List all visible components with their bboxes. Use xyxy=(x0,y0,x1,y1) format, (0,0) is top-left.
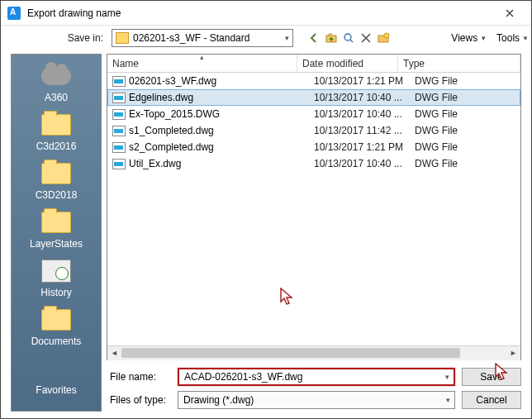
place-label: Documents xyxy=(31,336,82,347)
app-icon xyxy=(7,7,21,20)
place-documents[interactable]: Documents xyxy=(12,307,101,347)
file-date: 10/13/2017 11:42 ... xyxy=(314,125,415,136)
clock-icon xyxy=(40,258,73,284)
dwg-file-icon xyxy=(112,159,126,169)
dwg-file-icon xyxy=(112,76,126,87)
file-row[interactable]: 026201-s3_WF.dwg10/13/2017 1:21 PMDWG Fi… xyxy=(107,73,520,89)
file-type: DWG File xyxy=(415,75,520,87)
places-sidebar: A360C3d2016C3D2018LayerStatesHistoryDocu… xyxy=(11,54,102,412)
folder-icon xyxy=(40,112,73,138)
save-button[interactable]: Save xyxy=(462,368,521,386)
cancel-button[interactable]: Cancel xyxy=(462,391,521,409)
svg-point-3 xyxy=(384,33,389,38)
column-headers: Name Date modified Type xyxy=(107,55,520,73)
file-date: 10/13/2017 10:40 ... xyxy=(314,92,415,103)
column-header-name[interactable]: Name xyxy=(107,55,297,72)
title-bar: Export drawing name xyxy=(1,1,531,26)
folder-icon xyxy=(116,32,129,44)
horizontal-scrollbar[interactable]: ◄ ► xyxy=(107,345,520,359)
file-name: s2_Completed.dwg xyxy=(129,141,314,153)
file-row[interactable]: Ex-Topo_2015.DWG10/13/2017 10:40 ...DWG … xyxy=(107,106,520,122)
toolbar: Save in: 026201-s3_WF - Standard ▾ Views… xyxy=(1,26,531,50)
folder-icon xyxy=(40,160,73,187)
filetype-dropdown[interactable]: Drawing (*.dwg) ▾ xyxy=(178,391,455,409)
place-label: C3D2018 xyxy=(36,189,78,201)
scroll-track[interactable] xyxy=(121,346,506,360)
tools-label: Tools xyxy=(496,32,520,44)
up-one-level-button[interactable] xyxy=(324,31,339,45)
dwg-file-icon xyxy=(112,126,126,136)
column-header-date[interactable]: Date modified xyxy=(297,55,398,72)
star-icon xyxy=(40,355,73,382)
file-date: 10/13/2017 1:21 PM xyxy=(314,141,415,153)
scroll-right-button[interactable]: ► xyxy=(506,346,520,360)
place-a360[interactable]: A360 xyxy=(12,63,101,103)
views-label: Views xyxy=(451,32,477,44)
file-name: 026201-s3_WF.dwg xyxy=(129,75,314,87)
file-row[interactable]: s2_Completed.dwg10/13/2017 1:21 PMDWG Fi… xyxy=(107,139,520,155)
dwg-file-icon xyxy=(112,109,126,120)
file-date: 10/13/2017 1:21 PM xyxy=(314,75,415,87)
file-type: DWG File xyxy=(415,125,520,136)
folder-icon xyxy=(40,307,73,333)
file-type: DWG File xyxy=(415,92,520,103)
place-favorites[interactable]: Favorites xyxy=(12,355,101,396)
dwg-file-icon xyxy=(112,93,126,103)
file-date: 10/13/2017 10:40 ... xyxy=(314,108,415,120)
cloud-icon xyxy=(40,63,73,89)
place-label: Favorites xyxy=(36,384,76,396)
folder-icon xyxy=(40,209,73,236)
place-layerstates[interactable]: LayerStates xyxy=(12,209,101,250)
filetype-label: Files of type: xyxy=(107,394,171,406)
save-in-dropdown[interactable]: 026201-s3_WF - Standard ▾ xyxy=(112,29,293,47)
column-header-type[interactable]: Type xyxy=(398,55,520,72)
file-type: DWG File xyxy=(415,158,520,169)
close-button[interactable] xyxy=(495,2,525,25)
scroll-thumb[interactable] xyxy=(121,348,460,358)
filename-input[interactable] xyxy=(179,369,440,384)
dwg-file-icon xyxy=(112,142,126,153)
file-row[interactable]: Util_Ex.dwg10/13/2017 10:40 ...DWG File xyxy=(107,155,520,172)
views-menu[interactable]: Views ▼ xyxy=(449,32,489,44)
chevron-down-icon[interactable]: ▾ xyxy=(441,396,454,404)
delete-button[interactable] xyxy=(359,31,373,45)
chevron-down-icon: ▾ xyxy=(285,34,289,42)
chevron-down-icon[interactable]: ▾ xyxy=(440,373,454,381)
file-name: Ex-Topo_2015.DWG xyxy=(129,108,314,120)
place-history[interactable]: History xyxy=(12,258,101,298)
svg-point-1 xyxy=(344,34,351,40)
tools-menu[interactable]: Tools ▼ xyxy=(494,32,531,44)
place-c3d2018[interactable]: C3D2018 xyxy=(12,160,101,201)
file-list: Name Date modified Type 026201-s3_WF.dwg… xyxy=(107,54,521,360)
file-row[interactable]: Edgelines.dwg10/13/2017 10:40 ...DWG Fil… xyxy=(107,89,520,106)
file-type: DWG File xyxy=(415,141,520,153)
search-web-button[interactable] xyxy=(341,31,356,45)
filename-label: File name: xyxy=(107,371,171,383)
place-label: History xyxy=(40,287,71,298)
file-name: Edgelines.dwg xyxy=(129,92,314,103)
create-new-folder-button[interactable] xyxy=(376,31,391,45)
filetype-value: Drawing (*.dwg) xyxy=(178,394,441,406)
file-date: 10/13/2017 10:40 ... xyxy=(314,158,415,169)
save-in-label: Save in: xyxy=(62,32,107,44)
place-label: LayerStates xyxy=(30,238,83,250)
place-label: A360 xyxy=(45,92,68,103)
chevron-down-icon: ▼ xyxy=(522,35,529,42)
window-title: Export drawing name xyxy=(27,7,495,19)
place-c3d2016[interactable]: C3d2016 xyxy=(12,112,101,152)
scroll-left-button[interactable]: ◄ xyxy=(107,346,121,360)
file-name: s1_Completed.dwg xyxy=(129,125,314,136)
back-button[interactable] xyxy=(306,31,321,45)
filename-combobox[interactable]: ▾ xyxy=(178,368,455,386)
file-type: DWG File xyxy=(415,108,520,120)
chevron-down-icon: ▼ xyxy=(480,35,487,42)
file-row[interactable]: s1_Completed.dwg10/13/2017 11:42 ...DWG … xyxy=(107,122,520,139)
place-label: C3d2016 xyxy=(36,140,77,152)
current-folder-text: 026201-s3_WF - Standard xyxy=(133,32,249,44)
file-name: Util_Ex.dwg xyxy=(129,158,314,169)
